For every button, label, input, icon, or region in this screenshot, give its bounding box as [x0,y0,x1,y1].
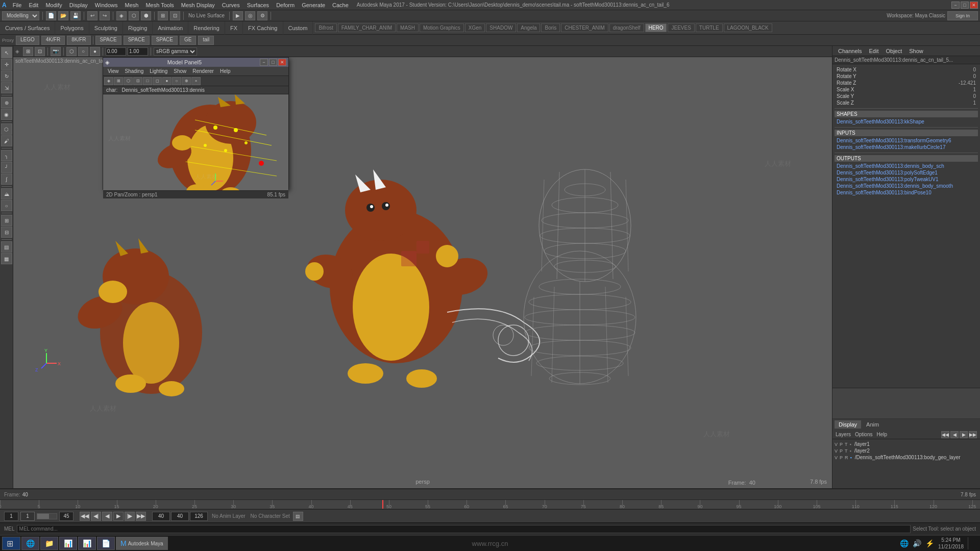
pt-btn9[interactable]: ⊕ [182,77,191,85]
sign-in-btn[interactable]: Sign In [947,11,978,20]
pt-btn3[interactable]: ⬡ [124,77,133,85]
output-item-5[interactable]: Dennis_softTeethMod300113:bindPose10 [835,189,978,196]
layer2-t[interactable]: T [845,448,848,454]
vp-near-clip[interactable] [106,47,126,56]
panel-menu-help[interactable]: Help [217,68,233,74]
input-item-1[interactable]: Dennis_softTeethMod300113:transformGeome… [835,137,978,144]
shelf-bifrost[interactable]: Bifrost [315,23,336,32]
subtab-help[interactable]: Help [876,432,887,437]
mel-input[interactable] [17,525,911,533]
menu-mesh-tools[interactable]: Mesh Tools [142,2,177,9]
nav-next[interactable]: ▶ [960,431,968,438]
channel-scale-z[interactable]: Scale Z 1 [835,99,978,106]
8k-btn[interactable]: 8K/FR [67,36,90,45]
pt-btn1[interactable]: ◈ [104,77,113,85]
vp-smooth-btn[interactable]: ○ [78,47,88,56]
menu-windows[interactable]: Windows [92,2,121,9]
vp-wire-btn[interactable]: ⬡ [66,47,77,56]
subtab-options[interactable]: Options [855,432,872,437]
channel-rotate-y[interactable]: Rotate Y 0 [835,73,978,80]
pb-play-back[interactable]: ◀ [102,512,112,521]
skin-btn[interactable]: 4K/FR [41,36,65,45]
viewport3d[interactable]: 人人素材 人人素材 人人素材 人人素材 softTeethMod300113:d… [13,57,832,490]
soft-select[interactable]: ◉ [1,109,12,120]
ie-button[interactable]: 🌐 [21,537,39,550]
ch-value[interactable]: 1 [973,100,976,106]
nav-first[interactable]: ◀◀ [941,431,949,438]
word-button[interactable]: 📄 [97,537,115,550]
shelf-hero[interactable]: HERO [645,23,667,32]
quick-sel[interactable]: ⊟ [1,227,12,238]
layer-row-3[interactable]: V P R ▪ /Dennis_softTeethMod300113:body_… [835,455,978,460]
shelf-fx[interactable]: FX [225,21,243,35]
layer3-v[interactable]: V [835,455,838,460]
channel-scale-x[interactable]: Scale X 1 [835,86,978,93]
snap-curve-btn[interactable]: ⊡ [170,11,180,20]
cv-curve[interactable]: ╮ [1,150,12,161]
shelf-rigging[interactable]: Rigging [123,21,153,35]
lasso-tool[interactable]: ⬡ [1,123,12,135]
layer1-t[interactable]: T [845,442,848,447]
frame-range-end-play[interactable] [59,512,74,521]
shelf-jeeves[interactable]: JEEVES [668,23,694,32]
range-indicator[interactable] [37,513,57,519]
pt-btn5[interactable]: □ [143,77,152,85]
show-desktop-btn[interactable] [968,537,978,549]
menu-cache[interactable]: Cache [329,2,352,9]
minimize-button[interactable]: − [951,2,960,9]
shape-item-1[interactable]: Dennis_softTeethMod300113:kkShape [835,118,978,125]
panel-menu-show[interactable]: Show [171,68,189,74]
layer1-v[interactable]: V [835,442,838,447]
render-settings-btn[interactable]: ⚙ [257,11,267,20]
menu-surfaces[interactable]: Surfaces [244,2,272,9]
layer2-p[interactable]: P [840,448,843,454]
shelf-custom[interactable]: Custom [283,21,313,35]
menu-mesh[interactable]: Mesh [121,2,141,9]
bezier[interactable]: ∫ [1,173,12,185]
vp-far-clip[interactable] [128,47,148,56]
rph-channels[interactable]: Channels [837,47,863,55]
output-item-1[interactable]: Dennis_softTeethMod300113:dennis_body_sc… [835,163,978,169]
ch-value[interactable]: -12.421 [959,80,976,86]
lasso-btn[interactable]: ⬡ [129,11,139,20]
menu-deform[interactable]: Deform [273,2,298,9]
model-panel-titlebar[interactable]: ◈ Model Panel5 − □ ✕ [103,58,288,67]
shelf-mash[interactable]: MASH [397,23,419,32]
frame-current-right[interactable] [152,512,170,521]
pt-btn2[interactable]: ⊞ [114,77,123,85]
space-btn1[interactable]: SPACE [95,36,121,45]
layer1-p[interactable]: P [840,442,843,447]
vp-layout-btn[interactable]: ⊞ [23,47,33,56]
panel-menu-shading[interactable]: Shading [122,68,146,74]
explorer-button[interactable]: 📁 [40,537,58,550]
layer2-v[interactable]: V [835,448,838,454]
vp-shaded-btn[interactable]: ● [90,47,100,56]
pt-btn4[interactable]: ⊡ [133,77,142,85]
panel-minimize[interactable]: − [260,59,268,66]
display-layers[interactable]: ▤ [1,241,12,253]
volume-icon[interactable]: 🔊 [913,539,921,547]
show-manip[interactable]: ⊞ [1,215,12,226]
panel-menu-renderer[interactable]: Renderer [190,68,216,74]
frame-indicator[interactable] [382,500,383,509]
open-btn[interactable]: 📂 [58,11,68,20]
render-btn[interactable]: ▶ [233,11,243,20]
move-tool[interactable]: ✛ [1,59,12,70]
shelf-sculpting[interactable]: Sculpting [89,21,123,35]
shelf-motion[interactable]: Motion Graphics [420,23,464,32]
shelf-family[interactable]: FAMILY_CHAR_ANIM [338,23,396,32]
ch-value[interactable]: 0 [973,73,976,79]
ch-value[interactable]: 1 [973,87,976,92]
tail-btn[interactable]: tail [198,36,214,45]
channel-scale-y[interactable]: Scale Y 0 [835,93,978,99]
shelf-rendering[interactable]: Rendering [188,21,225,35]
redo-btn[interactable]: ↪ [100,11,110,20]
ge-btn[interactable]: GE [180,36,196,45]
space-btn2[interactable]: SPACE [124,36,150,45]
smooth-btn[interactable]: ○ [1,200,12,211]
frame-current-input[interactable] [20,512,35,521]
save-btn[interactable]: 💾 [70,11,81,20]
layer-row-2[interactable]: V P T ▪ /layer2 [835,448,978,454]
model-panel-viewport[interactable]: Frame 人人素材 人人素材 [103,94,288,190]
maya-button[interactable]: M Autodesk Maya [116,537,168,550]
